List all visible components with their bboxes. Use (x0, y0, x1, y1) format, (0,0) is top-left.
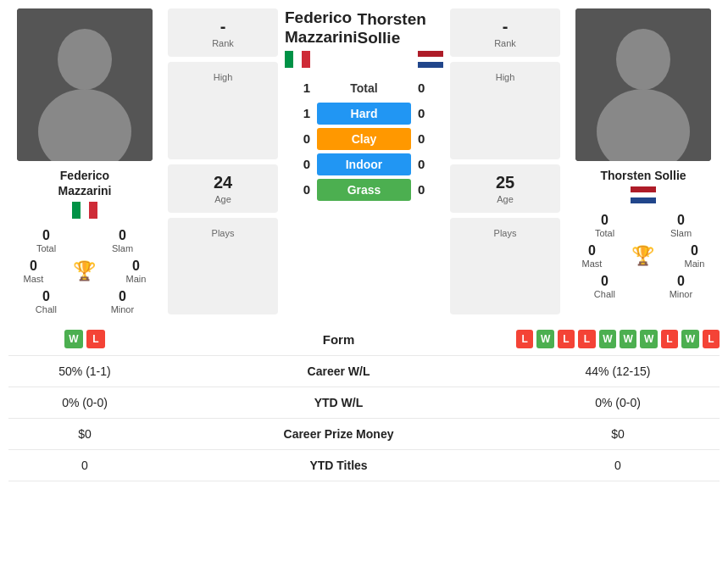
left-main-val: 0 (126, 259, 147, 274)
right-chall-lbl: Chall (594, 289, 615, 299)
left-mast-val: 0 (24, 259, 44, 274)
left-slam-val: 0 (112, 228, 133, 243)
right-slam-lbl: Slam (670, 228, 692, 238)
left-main-lbl: Main (126, 274, 147, 284)
form-badge-w4: W (640, 330, 657, 348)
ytd-wl-label: YTD W/L (161, 396, 516, 409)
right-rank-val: - (450, 17, 560, 36)
left-total-val: 0 (36, 228, 56, 243)
form-badge-w: W (64, 330, 83, 348)
right-age-box: 25 Age (450, 164, 560, 213)
svg-rect-15 (631, 186, 656, 192)
svg-point-13 (616, 29, 670, 90)
right-total-val: 0 (595, 213, 614, 228)
svg-rect-3 (72, 202, 81, 219)
right-minor-lbl: Minor (670, 289, 693, 299)
ytd-wl-left: 0% (0-0) (8, 396, 161, 409)
right-total-lbl: Total (595, 228, 614, 238)
center-left-name: Federico Mazzarini (285, 8, 358, 47)
form-badge-w2: W (599, 330, 616, 348)
right-stats-container: 0 Total 0 Slam 0 Mast 🏆 0 (567, 213, 720, 299)
career-prize-right: $0 (516, 427, 720, 441)
flags-row (285, 51, 443, 70)
svg-rect-8 (302, 51, 310, 68)
right-mast-lbl: Mast (582, 259, 603, 269)
middle-area: - Rank High 24 Age Plays (168, 8, 560, 314)
career-prize-left: $0 (8, 427, 161, 441)
left-age-lbl: Age (168, 194, 278, 204)
left-mast-lbl: Mast (24, 274, 44, 284)
career-prize-row: $0 Career Prize Money $0 (8, 419, 720, 450)
form-badge-l2: L (558, 330, 575, 348)
right-form: L W L L W W W L W L (516, 330, 720, 348)
right-high-box: High (450, 62, 560, 159)
match-row-grass: 0 Grass 0 (285, 179, 443, 201)
left-form: W L (8, 330, 161, 348)
left-plays-box: Plays (168, 218, 278, 315)
right-trophy-icon: 🏆 (631, 245, 654, 267)
right-slam-val: 0 (670, 213, 692, 228)
right-main-val: 0 (685, 243, 705, 259)
career-wl-left: 50% (1-1) (8, 364, 161, 378)
left-chall-lbl: Chall (36, 304, 57, 314)
form-row: W L Form L W L L W W W L W L (8, 323, 720, 356)
left-trophy-icon: 🏆 (73, 260, 96, 282)
ytd-titles-label: YTD Titles (161, 459, 516, 472)
left-rank-lbl: Rank (168, 38, 278, 48)
svg-rect-5 (89, 202, 97, 219)
match-row-indoor: 0 Indoor 0 (285, 153, 443, 175)
right-plays-lbl: Plays (450, 228, 560, 238)
svg-rect-6 (285, 51, 293, 68)
ytd-titles-left: 0 (8, 459, 161, 472)
left-slam-lbl: Slam (112, 243, 133, 253)
center-match-col: Federico Mazzarini Thorsten Sollie (285, 8, 443, 314)
left-total-lbl: Total (36, 243, 56, 253)
career-prize-label: Career Prize Money (161, 427, 516, 441)
svg-rect-11 (418, 62, 443, 68)
right-age-val: 25 (450, 173, 560, 192)
form-label: Form (161, 332, 516, 347)
form-badge-w5: W (681, 330, 698, 348)
main-container: FedericoMazzarini 0 Total 0 (0, 0, 728, 481)
left-minor-val: 0 (111, 289, 135, 304)
match-row-clay: 0 Clay 0 (285, 128, 443, 150)
left-plays-lbl: Plays (168, 228, 278, 238)
left-side-stats: - Rank High 24 Age Plays (168, 8, 278, 314)
right-high-lbl: High (450, 72, 560, 82)
left-player-card: FedericoMazzarini 0 Total 0 (8, 8, 161, 314)
right-minor-val: 0 (670, 274, 693, 289)
right-player-name: Thorsten Sollie (600, 168, 686, 183)
ytd-wl-right: 0% (0-0) (516, 396, 720, 409)
center-left-flag (285, 51, 310, 70)
left-age-val: 24 (168, 173, 278, 192)
svg-rect-10 (418, 57, 443, 62)
right-main-lbl: Main (685, 259, 705, 269)
names-row: Federico Mazzarini Thorsten Sollie (285, 8, 443, 47)
form-badge-w1: W (536, 330, 553, 348)
left-flag (72, 202, 97, 221)
left-stats-container: 0 Total 0 Slam 0 Mast 🏆 0 (8, 228, 161, 314)
right-flag (631, 186, 656, 206)
left-player-name: FedericoMazzarini (58, 168, 111, 198)
left-high-box: High (168, 62, 278, 159)
form-badge-l5: L (703, 330, 720, 348)
right-side-stats: - Rank High 25 Age Plays (450, 8, 560, 314)
svg-rect-7 (293, 51, 302, 68)
left-chall-val: 0 (36, 289, 57, 304)
right-rank-box: - Rank (450, 8, 560, 57)
left-age-box: 24 Age (168, 164, 278, 213)
top-section: FedericoMazzarini 0 Total 0 (0, 0, 728, 323)
left-rank-val: - (168, 17, 278, 36)
form-badge-l: L (86, 330, 105, 348)
svg-rect-4 (81, 202, 89, 219)
match-row-total: 1 Total 0 (285, 77, 443, 99)
ytd-wl-row: 0% (0-0) YTD W/L 0% (0-0) (8, 387, 720, 419)
ytd-titles-right: 0 (516, 459, 720, 472)
right-player-card: Thorsten Sollie 0 Total 0 (567, 8, 720, 314)
right-player-avatar (575, 8, 711, 161)
left-high-lbl: High (168, 72, 278, 82)
right-rank-lbl: Rank (450, 38, 560, 48)
career-wl-row: 50% (1-1) Career W/L 44% (12-15) (8, 356, 720, 387)
right-mast-val: 0 (582, 243, 603, 259)
right-chall-val: 0 (594, 274, 615, 289)
